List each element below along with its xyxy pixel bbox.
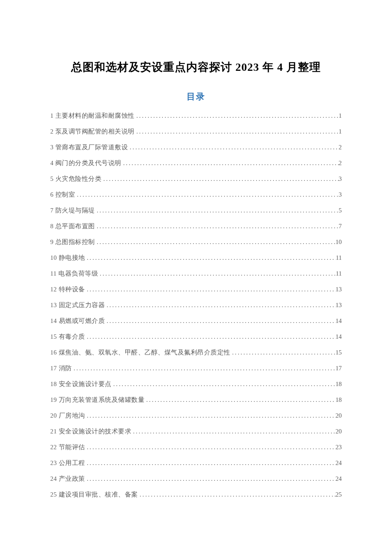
toc-leader-dots [85,334,336,340]
toc-page-number: 11 [336,255,342,261]
toc-leader-dots [72,365,336,372]
toc-row: 6 控制室3 [50,192,342,207]
toc-page-number: 20 [336,428,342,435]
toc-leader-dots [135,113,339,119]
toc-entry-label: 25 建设项目审批、核准、备案 [50,491,138,498]
toc-entry-label: 9 总图指标控制 [50,239,95,245]
toc-row: 20 厂房地沟20 [50,413,342,428]
toc-leader-dots [85,286,336,293]
toc-page-number: 7 [339,223,342,230]
toc-row: 9 总图指标控制10 [50,239,342,255]
toc-page-number: 5 [339,207,342,214]
toc-row: 21 安全设施设计的技术要求20 [50,428,342,444]
toc-leader-dots [105,302,335,308]
toc-entry-label: 22 节能评估 [50,444,85,450]
toc-leader-dots [95,207,339,214]
toc-row: 5 火灾危险性分类3 [50,176,342,192]
toc-entry-label: 15 有毒介质 [50,334,85,340]
toc-leader-dots [112,381,336,387]
toc-entry-label: 2 泵及调节阀配管的相关说明 [50,128,135,135]
toc-page-number: 20 [336,413,342,419]
toc-page-number: 11 [336,270,342,277]
toc-page-number: 24 [336,460,342,466]
toc-leader-dots [128,144,338,151]
toc-entry-label: 5 火灾危险性分类 [50,176,101,182]
toc-page-number: 3 [339,192,342,198]
toc-entry-label: 13 固定式压力容器 [50,302,105,308]
toc-entry-label: 16 煤焦油、氨、双氧水、甲醛、乙醇、煤气及氟利昂介质定性 [50,349,231,356]
toc-entry-label: 3 管廊布置及厂际管道敷设 [50,144,128,151]
toc-entry-label: 18 安全设施设计要点 [50,381,112,387]
toc-leader-dots [95,239,336,245]
toc-page-number: 17 [336,365,342,372]
toc-entry-label: 10 静电接地 [50,255,85,261]
toc-row: 11 电器负荷等级11 [50,270,342,286]
toc-entry-label: 8 总平面布置图 [50,223,95,230]
toc-row: 12 特种设备13 [50,286,342,302]
toc-list: 1 主要材料的耐温和耐腐蚀性12 泵及调节阀配管的相关说明13 管廊布置及厂际管… [50,113,342,507]
toc-entry-label: 19 万向充装管道系统及储罐数量 [50,397,144,403]
toc-page-number: 14 [336,318,342,324]
toc-page-number: 18 [336,381,342,387]
toc-row: 19 万向充装管道系统及储罐数量18 [50,397,342,413]
toc-row: 14 易燃或可燃介质14 [50,318,342,334]
toc-entry-label: 23 公用工程 [50,460,85,466]
toc-leader-dots [138,491,336,498]
toc-leader-dots [231,349,336,356]
toc-entry-label: 20 厂房地沟 [50,413,85,419]
toc-leader-dots [85,476,336,482]
toc-row: 7 防火堤与隔堤5 [50,207,342,223]
toc-leader-dots [121,160,339,166]
toc-page-number: 10 [336,239,342,245]
toc-leader-dots [95,223,339,230]
toc-entry-label: 24 产业政策 [50,476,85,482]
toc-row: 4 阀门的分类及代号说明2 [50,160,342,176]
toc-page-number: 24 [336,476,342,482]
toc-page-number: 1 [339,113,342,119]
toc-page-number: 2 [339,160,342,166]
toc-leader-dots [135,128,339,135]
toc-page-number: 13 [336,302,342,308]
toc-leader-dots [144,397,335,403]
toc-leader-dots [105,318,335,324]
toc-leader-dots [85,413,336,419]
toc-row: 24 产业政策24 [50,476,342,491]
toc-page-number: 15 [336,349,342,356]
toc-entry-label: 11 电器负荷等级 [50,270,98,277]
toc-row: 18 安全设施设计要点18 [50,381,342,397]
toc-entry-label: 17 消防 [50,365,72,372]
toc-row: 17 消防17 [50,365,342,381]
toc-row: 25 建设项目审批、核准、备案25 [50,491,342,507]
toc-leader-dots [85,460,336,466]
toc-entry-label: 14 易燃或可燃介质 [50,318,105,324]
toc-entry-label: 6 控制室 [50,192,75,198]
document-page: 总图和选材及安设重点内容探讨 2023 年 4 月整理 目录 1 主要材料的耐温… [0,0,392,507]
toc-leader-dots [85,444,336,450]
toc-row: 13 固定式压力容器13 [50,302,342,318]
toc-page-number: 2 [339,144,342,151]
toc-leader-dots [131,428,335,435]
toc-entry-label: 7 防火堤与隔堤 [50,207,95,214]
toc-heading: 目录 [50,91,342,102]
toc-row: 1 主要材料的耐温和耐腐蚀性1 [50,113,342,128]
toc-leader-dots [98,270,336,277]
toc-leader-dots [75,192,338,198]
toc-page-number: 14 [336,334,342,340]
toc-page-number: 25 [336,491,342,498]
toc-page-number: 23 [336,444,342,450]
toc-row: 2 泵及调节阀配管的相关说明1 [50,128,342,144]
toc-page-number: 1 [339,128,342,135]
toc-row: 15 有毒介质14 [50,334,342,349]
toc-entry-label: 21 安全设施设计的技术要求 [50,428,131,435]
page-title: 总图和选材及安设重点内容探讨 2023 年 4 月整理 [50,60,342,75]
toc-row: 3 管廊布置及厂际管道敷设2 [50,144,342,160]
toc-page-number: 13 [336,286,342,293]
toc-leader-dots [101,176,338,182]
toc-entry-label: 1 主要材料的耐温和耐腐蚀性 [50,113,135,119]
toc-entry-label: 12 特种设备 [50,286,85,293]
toc-page-number: 18 [336,397,342,403]
toc-row: 23 公用工程24 [50,460,342,476]
toc-page-number: 3 [339,176,342,182]
toc-row: 8 总平面布置图7 [50,223,342,239]
toc-entry-label: 4 阀门的分类及代号说明 [50,160,121,166]
